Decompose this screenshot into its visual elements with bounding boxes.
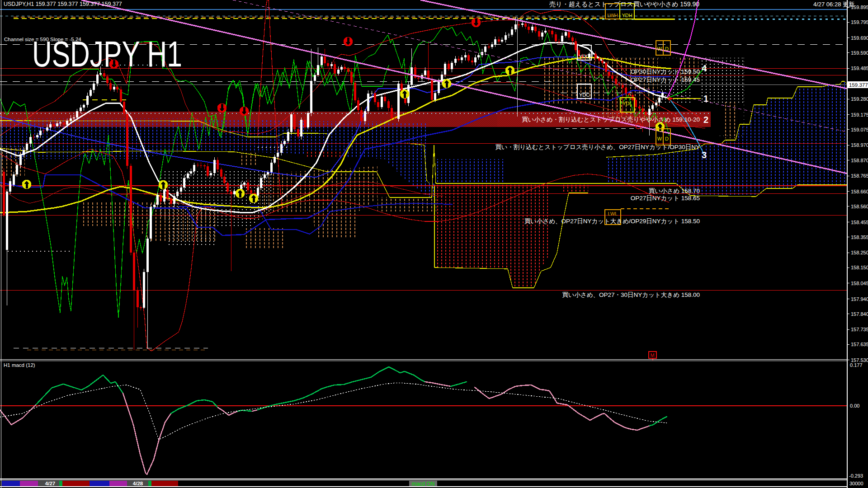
svg-text:159.280: 159.280 <box>851 96 868 102</box>
svg-text:W: W <box>657 46 662 52</box>
svg-text:売り・超えるとストップロス買いやや小さめ 159.90: 売り・超えるとストップロス買いやや小さめ 159.90 <box>549 0 699 8</box>
svg-text:158.355: 158.355 <box>851 235 868 240</box>
svg-text:買い小さめ 158.70: 買い小さめ 158.70 <box>649 188 700 194</box>
svg-text:158.250: 158.250 <box>851 250 868 255</box>
svg-text:1: 1 <box>703 94 708 103</box>
svg-text:LWL: LWL <box>608 211 618 216</box>
svg-text:M: M <box>650 352 654 358</box>
svg-text:買い・割り込むとストップロス売り小さめ、OP27日NYカット: 買い・割り込むとストップロス売り小さめ、OP27日NYカット/OP30日NY <box>495 144 700 150</box>
svg-text:157.735: 157.735 <box>851 327 868 332</box>
svg-text:30000: 30000 <box>849 481 863 486</box>
svg-text:158.660: 158.660 <box>851 189 868 194</box>
svg-text:4: 4 <box>702 63 707 73</box>
svg-text:158.150: 158.150 <box>851 265 868 270</box>
svg-text:D: D <box>665 46 669 52</box>
svg-text:YDH: YDH <box>622 13 632 18</box>
svg-text:W: W <box>657 136 662 141</box>
svg-text:159.690: 159.690 <box>851 35 868 41</box>
svg-text:158.870: 158.870 <box>851 158 868 163</box>
svg-text:157.840: 157.840 <box>851 311 868 317</box>
svg-text:159.485: 159.485 <box>851 66 868 71</box>
svg-text:157.635: 157.635 <box>851 342 868 347</box>
svg-text:0.177: 0.177 <box>850 362 863 368</box>
svg-text:158.765: 158.765 <box>851 173 868 178</box>
svg-text:Channel size = 590 Slope = -5.: Channel size = 590 Slope = -5.24 <box>4 37 81 42</box>
svg-text:買い小さめ、OP27日NYカット大きめ/OP29日NYカット: 買い小さめ、OP27日NYカット大きめ/OP29日NYカット 158.50 <box>524 218 700 225</box>
svg-text:D: D <box>665 136 669 141</box>
svg-text:4/28: 4/28 <box>133 481 143 486</box>
svg-text:OP27日NYカット 158.65: OP27日NYカット 158.65 <box>631 195 700 202</box>
svg-text:YDL: YDL <box>623 101 632 106</box>
svg-text:3: 3 <box>702 150 707 160</box>
svg-text:158.560: 158.560 <box>851 204 868 209</box>
svg-text:4/27 06:28 更新: 4/27 06:28 更新 <box>813 1 854 8</box>
svg-text:YDC: YDC <box>579 92 590 98</box>
svg-text:LWH: LWH <box>607 13 618 18</box>
svg-text:4/27: 4/27 <box>45 481 55 486</box>
svg-text:買い小さめ・割り込むとストップロス売りやや小さめ 159.1: 買い小さめ・割り込むとストップロス売りやや小さめ 159.10-20 <box>522 116 700 123</box>
svg-text:158.970: 158.970 <box>851 142 868 148</box>
svg-text:0.00: 0.00 <box>850 403 859 408</box>
svg-text:買い小さめ、OP27・30日NYカット大きめ 158.00: 買い小さめ、OP27・30日NYカット大きめ 158.00 <box>562 291 700 298</box>
svg-text:OP27日NYカット 159.45: OP27日NYカット 159.45 <box>631 76 700 83</box>
svg-text:USDJPY,H1 159.377 159.377 159: USDJPY,H1 159.377 159.377 159.377 159.37… <box>4 1 122 7</box>
svg-text:2: 2 <box>703 115 708 125</box>
svg-text:159.377: 159.377 <box>849 82 868 88</box>
svg-text:YDO: YDO <box>579 54 590 59</box>
svg-text:macd ON: macd ON <box>412 481 435 487</box>
svg-text:159.795: 159.795 <box>851 19 868 25</box>
svg-text:-0.293: -0.293 <box>849 473 863 479</box>
svg-text:157.940: 157.940 <box>851 296 868 302</box>
svg-text:159.075: 159.075 <box>851 127 868 132</box>
svg-text:H1 macd (12): H1 macd (12) <box>4 362 35 368</box>
svg-text:158.045: 158.045 <box>851 281 868 286</box>
svg-text:159.175: 159.175 <box>851 112 868 117</box>
svg-text:159.590: 159.590 <box>851 50 868 56</box>
svg-text:158.455: 158.455 <box>851 220 868 225</box>
svg-text:OP30日NYカット 159.50: OP30日NYカット 159.50 <box>631 68 700 75</box>
